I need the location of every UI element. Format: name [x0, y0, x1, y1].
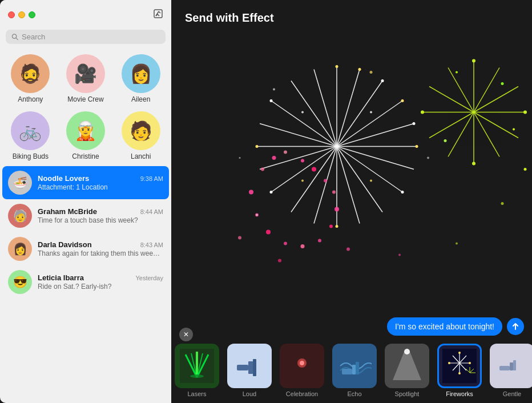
svg-rect-120	[499, 366, 510, 370]
fullscreen-traffic-light[interactable]	[29, 11, 35, 18]
chat-info: Darla Davidson 8:43 AM Thanks again for …	[38, 240, 163, 257]
svg-point-79	[370, 71, 373, 74]
chat-time: 9:38 AM	[140, 175, 163, 182]
compose-button[interactable]	[153, 9, 163, 21]
svg-line-39	[474, 68, 499, 112]
svg-point-67	[332, 191, 336, 194]
svg-point-65	[312, 167, 316, 172]
chat-list-item[interactable]: 😎 Leticia Ibarra Yesterday Ride on Sat.?…	[2, 265, 169, 299]
svg-point-60	[249, 190, 253, 195]
chat-header-row: Darla Davidson 8:43 AM	[38, 240, 163, 249]
effect-item[interactable]: Fireworks	[434, 344, 485, 397]
pinned-contact[interactable]: 👩 Aileen	[115, 52, 167, 106]
chat-preview: Attachment: 1 Location	[38, 183, 163, 191]
svg-line-9	[337, 147, 414, 170]
svg-point-50	[472, 59, 475, 63]
chat-list-item[interactable]: 👩 Darla Davidson 8:43 AM Thanks again fo…	[2, 232, 169, 265]
pinned-contact[interactable]: 🧝 Christine	[60, 109, 112, 163]
svg-point-52	[472, 162, 475, 166]
svg-point-114	[448, 362, 450, 364]
effect-label: Fireworks	[446, 390, 473, 397]
close-effect-button[interactable]: ✕	[179, 328, 193, 341]
pinned-contact[interactable]: 🚲 Biking Buds	[5, 109, 57, 163]
search-bar[interactable]	[6, 30, 166, 44]
effect-thumbnail	[490, 344, 532, 388]
contact-avatar: 🧔	[11, 54, 50, 93]
chat-list-item[interactable]: 🍜 Noodle Lovers 9:38 AM Attachment: 1 Lo…	[2, 166, 169, 199]
svg-point-71	[301, 244, 305, 248]
main-content: Send with Effect	[171, 0, 532, 403]
effect-item[interactable]: Echo	[329, 344, 380, 397]
svg-line-4	[337, 70, 360, 147]
svg-line-2	[16, 38, 18, 39]
chat-header-row: Noodle Lovers 9:38 AM	[38, 174, 163, 183]
svg-line-12	[337, 147, 360, 224]
svg-line-7	[337, 124, 414, 147]
chat-preview: Ride on Sat.? Early-ish?	[38, 283, 163, 291]
contact-avatar: 🧝	[66, 111, 105, 150]
effect-item[interactable]: Gentle	[486, 344, 532, 397]
svg-point-34	[370, 111, 372, 114]
svg-line-49	[448, 68, 474, 112]
pinned-contact[interactable]: 🎥 Movie Crew	[60, 52, 112, 106]
svg-line-10	[337, 147, 402, 192]
effect-label: Lasers	[187, 390, 206, 397]
svg-point-94	[300, 361, 304, 365]
effect-item[interactable]: Spotlight	[381, 344, 433, 397]
chat-preview: Time for a touch base this week?	[38, 216, 163, 224]
svg-point-80	[427, 157, 429, 159]
effect-thumbnail	[280, 344, 324, 388]
svg-point-70	[318, 239, 321, 243]
svg-rect-91	[253, 359, 256, 376]
svg-rect-89	[237, 365, 248, 370]
close-traffic-light[interactable]	[8, 11, 15, 18]
svg-line-21	[291, 81, 337, 147]
effect-label: Celebration	[286, 390, 318, 397]
svg-line-5	[337, 81, 382, 147]
chat-header-row: Graham McBride 8:44 AM	[38, 207, 163, 216]
svg-point-113	[458, 372, 461, 374]
send-button[interactable]	[507, 318, 524, 335]
effect-item[interactable]: Loud	[224, 344, 275, 397]
svg-rect-0	[154, 10, 162, 18]
effect-item[interactable]: Lasers	[171, 344, 223, 397]
svg-line-19	[260, 124, 337, 147]
search-input[interactable]	[22, 33, 160, 41]
svg-point-68	[334, 207, 339, 212]
chat-name: Noodle Lovers	[38, 174, 89, 183]
chat-avatar: 👩	[8, 237, 32, 261]
message-bubble: I'm so excited about tonight!	[387, 317, 502, 336]
svg-point-26	[401, 99, 404, 102]
svg-point-35	[301, 111, 304, 114]
svg-point-37	[301, 180, 304, 182]
pinned-contact[interactable]: 🧑 Lanchi	[115, 109, 167, 163]
chat-list-item[interactable]: 🧓 Graham McBride 8:44 AM Time for a touc…	[2, 199, 169, 232]
svg-point-66	[324, 179, 327, 183]
titlebar	[0, 0, 171, 30]
svg-rect-98	[356, 362, 359, 374]
svg-line-14	[314, 147, 337, 224]
svg-point-84	[239, 157, 241, 159]
svg-point-55	[444, 139, 447, 142]
effect-thumbnail	[437, 344, 482, 388]
search-icon	[11, 33, 18, 41]
svg-point-61	[261, 168, 264, 171]
contact-avatar: 🎥	[66, 54, 105, 93]
minimize-traffic-light[interactable]	[18, 11, 25, 18]
pinned-contact[interactable]: 🧔 Anthony	[5, 52, 57, 106]
svg-line-6	[337, 101, 402, 147]
effect-label: Spotlight	[395, 390, 420, 397]
svg-point-76	[346, 248, 350, 251]
svg-line-43	[474, 112, 499, 157]
contact-name: Lanchi	[131, 152, 151, 160]
svg-point-30	[336, 225, 338, 228]
svg-point-51	[523, 111, 527, 114]
svg-rect-97	[352, 365, 356, 374]
effect-thumbnail	[175, 344, 219, 388]
chat-avatar: 🧓	[8, 204, 32, 228]
chat-info: Leticia Ibarra Yesterday Ride on Sat.? E…	[38, 273, 163, 291]
effect-item[interactable]: Celebration	[276, 344, 328, 397]
chat-time: 8:44 AM	[140, 208, 163, 215]
svg-point-56	[513, 128, 515, 131]
chat-time: Yesterday	[135, 275, 163, 281]
